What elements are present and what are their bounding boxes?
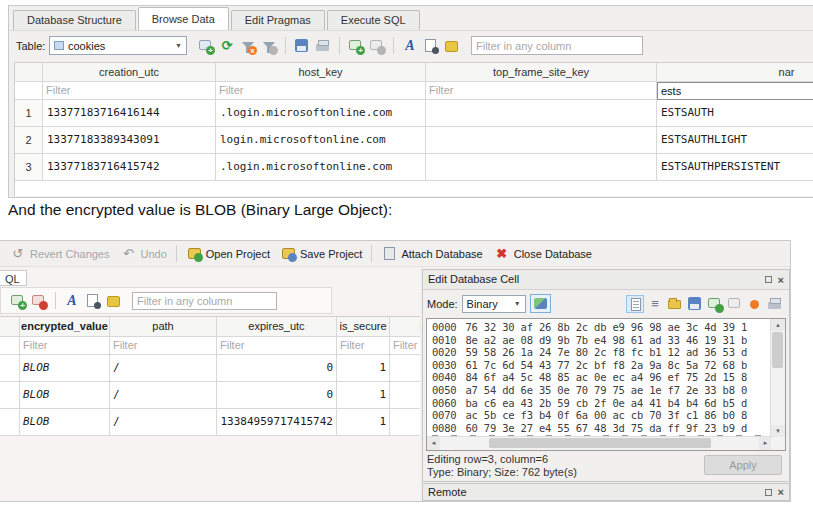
clear-cell-icon[interactable]	[746, 295, 764, 313]
scroll-down-icon[interactable]: ▼	[771, 425, 785, 437]
word-wrap-icon[interactable]: ≡	[646, 295, 664, 313]
column-header-is-httponly[interactable]: is_h	[390, 317, 420, 337]
tab-browse-data[interactable]: Browse Data	[138, 7, 229, 30]
cell-host-key[interactable]: login.microsoftonline.com	[216, 127, 426, 154]
column-header-path[interactable]: path	[110, 317, 217, 337]
open-file-icon[interactable]	[666, 295, 684, 313]
table-row[interactable]: 3 13377183716415742 .login.microsoftonli…	[15, 154, 813, 181]
font-icon[interactable]: A	[63, 292, 81, 310]
close-panel-icon[interactable]: ×	[778, 271, 784, 289]
cell-creation-utc[interactable]: 13377183389343091	[43, 127, 216, 154]
close-database-button[interactable]: ✖ Close Database	[488, 243, 597, 265]
undo-button[interactable]: ↶ Undo	[115, 243, 172, 265]
float-panel-icon[interactable]	[765, 489, 772, 496]
export-data-icon[interactable]	[726, 295, 744, 313]
mode-select[interactable]: Binary ▼	[462, 295, 526, 313]
cell-top-frame-site-key[interactable]	[426, 154, 657, 181]
revert-changes-button[interactable]: ↺ Revert Changes	[4, 243, 115, 265]
cell-is-httponly[interactable]	[390, 409, 420, 436]
tab-edit-pragmas[interactable]: Edit Pragmas	[231, 10, 325, 30]
save-as-icon[interactable]	[686, 295, 704, 313]
column-header-expires-utc[interactable]: expires_utc	[217, 317, 337, 337]
cell-host-key[interactable]: .login.microsoftonline.com	[216, 154, 426, 181]
cell-expires-utc[interactable]: 0	[217, 355, 337, 382]
open-project-button[interactable]: Open Project	[181, 243, 275, 264]
column-header-name[interactable]: nar	[657, 63, 813, 82]
filter-any-column-input[interactable]	[132, 292, 277, 310]
import-data-icon[interactable]	[706, 295, 724, 313]
cell-encrypted-value[interactable]: BLOB	[20, 382, 110, 409]
cell-is-httponly[interactable]	[390, 382, 420, 409]
hex-editor[interactable]: 000076 32 30 af 26 8b 2c db e9 96 98 ae …	[426, 318, 786, 451]
tab-fragment-sql[interactable]: QL	[0, 270, 27, 286]
cell-expires-utc[interactable]: 0	[217, 382, 337, 409]
filter-creation-utc[interactable]: Filter	[43, 82, 216, 100]
table-row[interactable]: 1 13377183716416144 .login.microsoftonli…	[15, 100, 813, 127]
apply-button[interactable]: Apply	[704, 455, 782, 475]
cell-path[interactable]: /	[110, 382, 217, 409]
filter-path[interactable]: Filter	[110, 337, 217, 355]
table-row[interactable]: BLOB / 0 1	[0, 355, 420, 382]
cell-name[interactable]: ESTSAUTH	[657, 100, 813, 127]
print-icon[interactable]	[766, 295, 784, 313]
refresh-icon[interactable]: ⟳	[218, 37, 236, 55]
table-row-selected[interactable]: BLOB / 13384959717415742 1	[0, 409, 420, 436]
column-header-creation-utc[interactable]: creation_utc	[43, 63, 216, 82]
cell-is-secure[interactable]: 1	[337, 382, 390, 409]
filter-encrypted-value[interactable]: Filter	[20, 337, 110, 355]
export-blob-icon[interactable]	[422, 37, 440, 55]
save-project-button[interactable]: Save Project	[275, 243, 367, 264]
filter-expires-utc[interactable]: Filter	[217, 337, 337, 355]
edit-blob-icon[interactable]	[443, 37, 461, 55]
edit-blob-icon[interactable]	[105, 292, 123, 310]
cell-creation-utc[interactable]: 13377183716416144	[43, 100, 216, 127]
vertical-scroll-thumb[interactable]	[772, 332, 783, 368]
font-icon[interactable]: A	[401, 37, 419, 55]
cell-top-frame-site-key[interactable]	[426, 100, 657, 127]
cell-is-httponly[interactable]	[390, 355, 420, 382]
insert-record-icon[interactable]: +	[9, 292, 27, 310]
delete-record-icon[interactable]	[30, 292, 48, 310]
table-row[interactable]: 2 13377183389343091 login.microsoftonlin…	[15, 127, 813, 154]
scroll-left-icon[interactable]: ◄	[427, 437, 440, 450]
cell-host-key[interactable]: .login.microsoftonline.com	[216, 100, 426, 127]
horizontal-scrollbar[interactable]: ◄ ►	[427, 436, 772, 450]
text-mode-icon[interactable]	[626, 295, 644, 313]
export-blob-icon[interactable]	[84, 292, 102, 310]
filter-name[interactable]: ests	[657, 82, 813, 100]
close-panel-icon[interactable]: ×	[778, 483, 784, 501]
column-header-is-secure[interactable]: is_secure	[337, 317, 390, 337]
auto-switch-mode-button[interactable]	[530, 294, 551, 313]
float-panel-icon[interactable]	[765, 276, 772, 283]
cell-expires-utc[interactable]: 13384959717415742	[217, 409, 337, 436]
cell-name[interactable]: ESTSAUTHPERSISTENT	[657, 154, 813, 181]
insert-record-icon[interactable]: +	[347, 37, 365, 55]
save-results-icon[interactable]	[293, 37, 311, 55]
clear-all-filters-icon[interactable]: x	[239, 37, 257, 55]
cell-top-frame-site-key[interactable]	[426, 127, 657, 154]
cell-is-secure[interactable]: 1	[337, 409, 390, 436]
filter-is-secure[interactable]: Filter	[337, 337, 390, 355]
column-header-encrypted-value[interactable]: encrypted_value	[20, 317, 110, 337]
horizontal-scroll-thumb[interactable]	[489, 438, 711, 448]
column-header-top-frame-site-key[interactable]: top_frame_site_key	[426, 63, 657, 82]
cell-encrypted-value[interactable]: BLOB	[20, 355, 110, 382]
cell-path[interactable]: /	[110, 355, 217, 382]
filter-is-httponly[interactable]: Filter	[390, 337, 420, 355]
cell-path[interactable]: /	[110, 409, 217, 436]
tab-database-structure[interactable]: Database Structure	[13, 10, 136, 30]
print-icon[interactable]	[314, 37, 332, 55]
filter-top-frame-site-key[interactable]: Filter	[426, 82, 657, 100]
scroll-up-icon[interactable]: ▲	[771, 319, 785, 331]
attach-database-button[interactable]: Attach Database	[376, 243, 487, 264]
cell-creation-utc[interactable]: 13377183716415742	[43, 154, 216, 181]
column-header-host-key[interactable]: host_key	[216, 63, 426, 82]
cell-encrypted-value-selected[interactable]: BLOB	[20, 409, 110, 436]
filter-host-key[interactable]: Filter	[216, 82, 426, 100]
new-record-icon[interactable]: +	[197, 37, 215, 55]
delete-record-icon[interactable]	[368, 37, 386, 55]
filter-any-column-input[interactable]	[471, 36, 643, 55]
tab-execute-sql[interactable]: Execute SQL	[327, 10, 420, 30]
filter-conditions-icon[interactable]	[260, 37, 278, 55]
table-row[interactable]: BLOB / 0 1	[0, 382, 420, 409]
